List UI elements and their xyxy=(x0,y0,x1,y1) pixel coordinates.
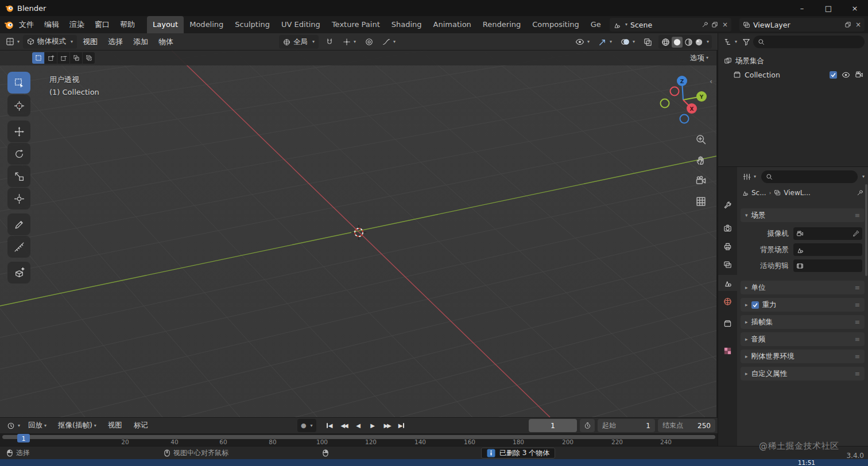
navigation-gizmo[interactable]: Z Y X xyxy=(657,67,709,130)
tab-output[interactable] xyxy=(718,238,737,254)
outliner-row-scene-collection[interactable]: 场景集合 xyxy=(718,54,868,68)
select-mode-invert-button[interactable] xyxy=(70,52,82,64)
drag-handle-icon[interactable]: ≡ xyxy=(855,319,860,326)
pin-icon[interactable] xyxy=(857,189,863,196)
tab-collection[interactable] xyxy=(718,315,737,331)
workspace-tab-rendering[interactable]: Rendering xyxy=(477,16,526,33)
play-reverse-button[interactable]: ◀ xyxy=(352,419,365,432)
gizmo-negative-y[interactable] xyxy=(661,99,669,108)
select-mode-extend-button[interactable] xyxy=(45,52,57,64)
outliner-search-input[interactable] xyxy=(753,36,865,48)
gizmo-negative-z[interactable] xyxy=(680,115,689,123)
gizmo-negative-x[interactable] xyxy=(671,87,679,96)
prev-keyframe-button[interactable]: ◀◀ xyxy=(338,419,351,432)
hide-eye-icon[interactable] xyxy=(842,71,850,79)
workspace-tab-compositing[interactable]: Compositing xyxy=(526,16,585,33)
shading-material-icon[interactable] xyxy=(684,38,693,46)
viewport-3d[interactable]: 选项 ▾ 用户透视 (1) Collection Z Y X ‹ xyxy=(0,51,716,417)
falloff-dropdown[interactable]: ▾ xyxy=(380,35,398,49)
xray-toggle-button[interactable] xyxy=(641,35,654,49)
scene-selector[interactable]: ▾ Scene × xyxy=(610,18,731,32)
tool-cursor-button[interactable] xyxy=(7,95,30,116)
minimize-button[interactable]: – xyxy=(789,0,815,16)
select-mode-intersect-button[interactable] xyxy=(83,52,95,64)
filter-chevron-icon[interactable]: ▾ xyxy=(862,174,865,179)
tab-texture[interactable] xyxy=(718,343,737,359)
menu-viewport-object[interactable]: 物体 xyxy=(154,37,178,47)
timeline-ruler[interactable]: 1 20 40 60 80 100 120 140 160 180 200 22… xyxy=(0,433,718,446)
menu-help[interactable]: 帮助 xyxy=(115,16,140,33)
mode-dropdown[interactable]: 物体模式 ▾ xyxy=(23,35,77,49)
panel-audio-header[interactable]: ▸ 音频 ≡ xyxy=(741,332,865,346)
workspace-tab-uv-editing[interactable]: UV Editing xyxy=(276,16,326,33)
menu-render[interactable]: 渲染 xyxy=(64,16,90,33)
panel-gravity-header[interactable]: ▸ 重力 ≡ xyxy=(741,298,865,312)
camera-view-button[interactable] xyxy=(692,172,710,189)
timeline-editor-type-button[interactable]: ▾ xyxy=(5,419,22,433)
filter-funnel-icon[interactable] xyxy=(742,38,750,46)
tool-rotate-button[interactable] xyxy=(7,143,30,165)
panel-rigidbody-header[interactable]: ▸ 刚体世界环境 ≡ xyxy=(741,350,865,363)
overlays-dropdown[interactable]: ▾ xyxy=(618,35,637,49)
panel-units-header[interactable]: ▸ 单位 ≡ xyxy=(741,281,865,294)
menu-viewport-add[interactable]: 添加 xyxy=(129,37,153,47)
select-mode-subtract-button[interactable] xyxy=(57,52,69,64)
tool-scale-button[interactable] xyxy=(7,165,30,187)
new-view-layer-icon[interactable] xyxy=(844,21,851,28)
use-preview-range-button[interactable] xyxy=(580,419,595,432)
chevron-down-icon[interactable]: ▾ xyxy=(311,424,313,428)
tool-move-button[interactable] xyxy=(7,121,30,142)
menu-file[interactable]: 文件 xyxy=(14,16,39,33)
properties-search-input[interactable] xyxy=(761,170,858,183)
tab-view-layer[interactable] xyxy=(718,257,737,273)
drag-handle-icon[interactable]: ≡ xyxy=(855,336,860,343)
tool-add-cube-button[interactable] xyxy=(7,262,30,284)
close-button[interactable]: × xyxy=(842,0,868,16)
tool-measure-button[interactable] xyxy=(7,236,30,258)
menu-playback[interactable]: 回放▾ xyxy=(22,421,52,430)
select-mode-new-button[interactable] xyxy=(32,52,44,64)
orientation-dropdown[interactable]: 全局 ▾ xyxy=(279,35,319,49)
snap-toggle-button[interactable] xyxy=(323,35,336,49)
sidebar-collapse-icon[interactable]: ‹ xyxy=(710,77,712,86)
workspace-tab-texture-paint[interactable]: Texture Paint xyxy=(326,16,386,33)
current-frame-marker[interactable]: 1 xyxy=(17,434,30,442)
tool-select-box-button[interactable] xyxy=(7,72,30,94)
menu-keying[interactable]: 抠像(插帧)▾ xyxy=(52,421,102,430)
record-button[interactable]: ● xyxy=(301,422,307,429)
workspace-tab-sculpting[interactable]: Sculpting xyxy=(229,16,276,33)
menu-edit[interactable]: 编辑 xyxy=(39,16,64,33)
panel-custom-props-header[interactable]: ▸ 自定义属性 ≡ xyxy=(741,367,865,380)
jump-to-end-button[interactable]: ▶ xyxy=(395,419,408,432)
tab-world[interactable] xyxy=(718,293,737,309)
menu-viewport-select[interactable]: 选择 xyxy=(103,37,127,47)
drag-handle-icon[interactable]: ≡ xyxy=(855,284,860,292)
shading-solid-button[interactable] xyxy=(672,37,683,48)
menu-markers[interactable]: 标记 xyxy=(128,421,154,430)
timeline-scrollbar[interactable] xyxy=(2,435,715,439)
proportional-edit-button[interactable] xyxy=(363,35,375,49)
pan-button[interactable] xyxy=(692,152,710,169)
blender-menu-icon[interactable] xyxy=(3,20,14,30)
tab-tool[interactable] xyxy=(718,197,737,213)
remove-view-layer-icon[interactable]: × xyxy=(855,21,861,29)
properties-editor-type-button[interactable]: ▾ xyxy=(741,170,758,184)
tab-scene[interactable] xyxy=(718,275,737,291)
current-frame-field[interactable]: 1 xyxy=(529,419,577,432)
breadcrumb-scene[interactable]: Sc... xyxy=(751,189,766,197)
drag-handle-icon[interactable]: ≡ xyxy=(855,370,860,378)
drag-handle-icon[interactable]: ≡ xyxy=(855,301,860,309)
eyedropper-icon[interactable] xyxy=(852,230,859,237)
viewport-options-dropdown[interactable]: 选项 ▾ xyxy=(690,53,708,63)
view-layer-selector[interactable]: ViewLayer × xyxy=(739,18,865,32)
collection-checkbox[interactable] xyxy=(830,71,837,79)
pin-icon[interactable] xyxy=(702,21,708,28)
zoom-button[interactable] xyxy=(692,131,710,148)
shading-wireframe-icon[interactable] xyxy=(661,38,670,46)
ortho-toggle-button[interactable] xyxy=(692,193,710,210)
notification-toast[interactable]: 已删除 3 个物体 xyxy=(481,448,555,459)
shading-rendered-icon[interactable] xyxy=(695,38,703,46)
camera-field[interactable] xyxy=(793,227,862,240)
tool-annotate-button[interactable] xyxy=(7,213,30,235)
drag-handle-icon[interactable]: ≡ xyxy=(855,212,860,219)
